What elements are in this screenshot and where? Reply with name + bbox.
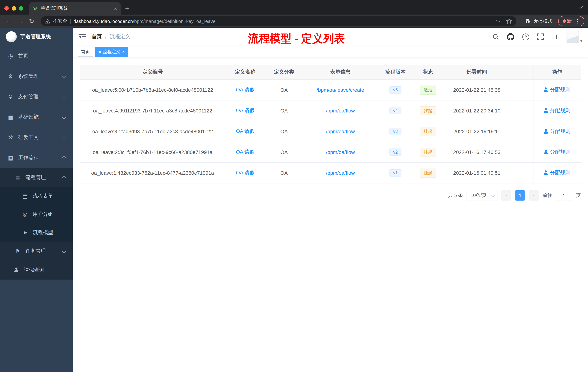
- assign-rule-link[interactable]: 分配规则: [544, 149, 570, 155]
- sidebar-item-infrastructure[interactable]: ▣ 基础设施: [0, 107, 73, 127]
- column-header-category: 定义分类: [265, 65, 303, 79]
- omnibox-divider: [70, 18, 71, 24]
- sidebar-item-dev-tools[interactable]: ⚒ 研发工具: [0, 127, 73, 148]
- assign-rule-link[interactable]: 分配规则: [544, 107, 570, 114]
- prev-page-button[interactable]: ‹: [501, 190, 511, 201]
- address-bar[interactable]: 不安全 dashboard.yudao.iocoder.cn/bpm/manag…: [41, 16, 516, 26]
- cell-deploy-time: 2022-01-16 17:46:53: [443, 142, 511, 163]
- sidebar-item-user-group[interactable]: ◎ 用户分组: [0, 205, 73, 223]
- form-link[interactable]: /bpm/oa/flow: [326, 170, 355, 176]
- list-icon: ≣: [15, 174, 21, 181]
- version-badge: v3: [389, 128, 401, 135]
- tag-close-icon[interactable]: ×: [122, 50, 125, 54]
- form-link[interactable]: /bpm/oa/flow: [326, 149, 355, 155]
- person-icon: [544, 108, 548, 113]
- form-link[interactable]: /bpm/oa/flow: [326, 129, 355, 134]
- reload-button[interactable]: ↻: [27, 18, 36, 24]
- tab-search-icon[interactable]: [579, 3, 582, 10]
- form-link[interactable]: /bpm/oa/flow: [326, 108, 355, 114]
- column-header-status: 状态: [413, 65, 443, 79]
- sidebar-item-workflow[interactable]: ▦ 工作流程: [0, 148, 73, 168]
- tag-process-definition[interactable]: 流程定义 ×: [95, 47, 128, 57]
- bookmark-star-icon[interactable]: [506, 18, 512, 24]
- annotation-title: 流程模型 - 定义列表: [248, 31, 345, 46]
- cell-category: OA: [265, 79, 303, 100]
- assign-rule-link[interactable]: 分配规则: [544, 170, 570, 176]
- sidebar-logo[interactable]: 芋道管理系统: [0, 28, 73, 46]
- person-icon: [544, 171, 548, 175]
- cell-category: OA: [265, 100, 303, 121]
- assign-rule-link[interactable]: 分配规则: [544, 87, 570, 93]
- sidebar-item-task-management[interactable]: ⚑ 任务管理: [0, 242, 73, 261]
- table-row: oa_leave:4:991f2193-7b7f-11ec-a3c8-acde4…: [80, 100, 581, 121]
- definition-name-link[interactable]: OA 请假: [236, 107, 254, 113]
- sidebar-item-system-management[interactable]: ⚙ 系统管理: [0, 66, 73, 87]
- sidebar-item-home[interactable]: ◷ 首页: [0, 46, 73, 66]
- flag-icon: ⚑: [15, 248, 21, 254]
- help-icon[interactable]: ?: [522, 33, 529, 40]
- workflow-icon: ▦: [7, 155, 14, 161]
- zoom-window-button[interactable]: [19, 6, 23, 11]
- chevron-up-icon: [62, 156, 66, 160]
- form-link[interactable]: /bpm/oa/leave/create: [316, 87, 364, 93]
- caret-down-icon: ▾: [580, 39, 582, 43]
- sidebar-item-payment-management[interactable]: ¥ 支付管理: [0, 87, 73, 107]
- next-page-button[interactable]: ›: [529, 190, 539, 201]
- breadcrumb-current: 流程定义: [110, 33, 130, 40]
- header-actions: ? TT ▾: [493, 31, 582, 43]
- tag-home[interactable]: 首页: [78, 47, 93, 57]
- forward-button[interactable]: →: [15, 18, 25, 24]
- cell-definition-id: oa_leave:5:004b710b-7b8a-11ec-8ef0-acde4…: [80, 79, 225, 100]
- tab-close-icon[interactable]: ×: [114, 6, 117, 11]
- goto-unit-label: 页: [576, 192, 581, 199]
- cell-definition-id: oa_leave:4:991f2193-7b7f-11ec-a3c8-acde4…: [80, 100, 225, 121]
- person-icon: [13, 267, 20, 273]
- breadcrumb-home[interactable]: 首页: [92, 33, 102, 40]
- search-icon[interactable]: [493, 33, 499, 40]
- sidebar-item-process-management[interactable]: ≣ 流程管理: [0, 168, 73, 187]
- person-icon: [544, 129, 548, 134]
- user-avatar[interactable]: ▾: [567, 31, 582, 43]
- incognito-label: 无痕模式: [534, 18, 552, 24]
- new-tab-button[interactable]: +: [125, 5, 129, 12]
- github-icon[interactable]: [507, 33, 514, 40]
- fullscreen-icon[interactable]: [537, 33, 544, 40]
- minimize-window-button[interactable]: [12, 6, 16, 11]
- table-row: oa_leave:3:1fad3d93-7b75-11ec-a3c8-acde4…: [80, 121, 581, 142]
- definition-name-link[interactable]: OA 请假: [236, 170, 254, 175]
- definition-name-link[interactable]: OA 请假: [236, 87, 254, 92]
- model-icon: ➤: [22, 229, 28, 236]
- column-header-deploy-time: 部署时间: [443, 65, 511, 79]
- back-button[interactable]: ←: [4, 18, 13, 24]
- current-page-button[interactable]: 1: [515, 190, 525, 201]
- sidebar-item-process-model[interactable]: ➤ 流程模型: [0, 223, 73, 242]
- dashboard-icon: ◷: [7, 53, 14, 59]
- close-window-button[interactable]: [4, 6, 9, 11]
- yen-icon: ¥: [7, 94, 14, 100]
- definition-name-link[interactable]: OA 请假: [236, 128, 254, 134]
- update-label: 更新: [562, 18, 572, 24]
- password-key-icon[interactable]: [495, 18, 501, 24]
- status-badge: 挂起: [420, 106, 436, 115]
- incognito-badge: 无痕模式: [524, 18, 552, 24]
- page-goto-input[interactable]: [556, 190, 572, 201]
- logo-avatar: [6, 31, 17, 42]
- security-label[interactable]: 不安全: [53, 18, 67, 24]
- font-size-icon[interactable]: TT: [552, 33, 558, 40]
- sidebar-item-process-form[interactable]: ▤ 流程表单: [0, 187, 73, 205]
- url-path: /bpm/manager/definition?key=oa_leave: [133, 18, 216, 24]
- chevron-down-icon: [62, 249, 66, 253]
- assign-rule-link[interactable]: 分配规则: [544, 128, 570, 135]
- page-size-select[interactable]: 10条/页: [467, 190, 497, 201]
- sidebar-item-leave-query[interactable]: 请假查询: [0, 261, 73, 280]
- sidebar-collapse-button[interactable]: [79, 33, 86, 40]
- url-text[interactable]: dashboard.yudao.iocoder.cn/bpm/manager/d…: [74, 18, 215, 24]
- column-header-name: 定义名称: [225, 65, 265, 79]
- breadcrumb-separator: /: [105, 34, 106, 40]
- definition-name-link[interactable]: OA 请假: [236, 149, 254, 155]
- chevron-down-icon: [62, 115, 66, 119]
- tags-view: 首页 流程定义 ×: [73, 46, 588, 57]
- browser-tab[interactable]: 芋道管理系统 ×: [29, 2, 121, 15]
- browser-menu-icon[interactable]: ⋮: [575, 18, 580, 24]
- browser-update-button[interactable]: 更新 ⋮: [558, 16, 584, 26]
